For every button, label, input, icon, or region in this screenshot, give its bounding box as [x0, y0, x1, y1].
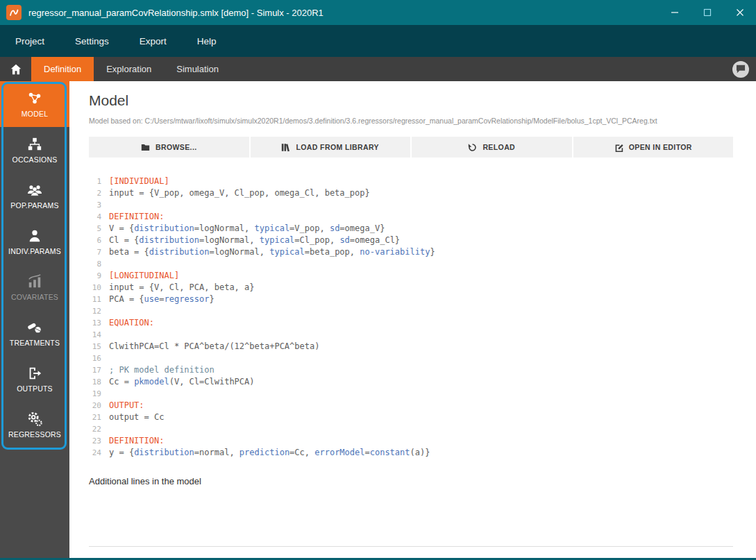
code-text: PCA = {use=regressor} — [109, 294, 215, 305]
line-number: 13 — [89, 317, 101, 329]
code-text: Cl = {distribution=logNormal, typical=Cl… — [109, 235, 400, 246]
code-line: 6Cl = {distribution=logNormal, typical=C… — [89, 235, 733, 246]
reload-button[interactable]: RELOAD — [412, 137, 572, 158]
sidebar-item-label: REGRESSORS — [8, 430, 61, 439]
sidebar-item-label: OUTPUTS — [17, 384, 53, 393]
code-line: 1[INDIVIDUAL] — [89, 176, 733, 187]
code-text — [109, 199, 114, 211]
line-number: 21 — [89, 411, 101, 423]
line-number: 3 — [89, 199, 101, 211]
code-text: input = {V, Cl, PCA, beta, a} — [109, 282, 255, 294]
sidebar-item-label: TREATMENTS — [10, 339, 60, 347]
additional-lines-label: Additional lines in the model — [89, 476, 733, 486]
browse-button[interactable]: BROWSE... — [89, 137, 249, 158]
reload-icon — [468, 143, 477, 152]
line-number: 17 — [89, 364, 101, 376]
line-number: 19 — [89, 388, 101, 400]
minimize-button[interactable] — [658, 0, 691, 25]
content-row: MODEL OCCASIONS POP.PARAMS — [0, 81, 756, 558]
model-path-text: Model based on: C:/Users/mtwar/lixoft/si… — [89, 117, 733, 125]
code-line: 23DEFINITION: — [89, 435, 733, 447]
tab-definition[interactable]: Definition — [31, 57, 94, 81]
regressors-icon — [26, 411, 43, 427]
code-line: 11PCA = {use=regressor} — [89, 294, 733, 305]
titlebar: regressor_manual_paramCovRelationship.sm… — [0, 0, 756, 25]
model-icon — [26, 91, 43, 106]
close-icon — [736, 8, 744, 17]
code-line: 16 — [89, 353, 733, 364]
main-panel: Model Model based on: C:/Users/mtwar/lix… — [69, 81, 756, 558]
code-line: 7beta = {distribution=logNormal, typical… — [89, 246, 733, 258]
home-button[interactable] — [0, 57, 31, 81]
page-title: Model — [89, 92, 733, 109]
code-text: [LONGITUDINAL] — [109, 270, 179, 282]
sidebar-item-covariates[interactable]: COVARIATES — [0, 264, 69, 310]
code-text: y = {distribution=normal, prediction=Cc,… — [109, 447, 430, 459]
line-number: 8 — [89, 258, 101, 270]
code-text — [109, 353, 114, 364]
code-text — [109, 423, 114, 435]
line-number: 1 — [89, 176, 101, 187]
bottom-divider — [89, 546, 733, 547]
code-line: 17; PK model definition — [89, 364, 733, 376]
feedback-button[interactable] — [732, 61, 749, 78]
code-text: ClwithPCA=Cl * PCA^beta/(12^beta+PCA^bet… — [109, 341, 319, 353]
line-number: 9 — [89, 270, 101, 282]
tab-exploration[interactable]: Exploration — [94, 57, 164, 81]
code-line: 24y = {distribution=normal, prediction=C… — [89, 447, 733, 459]
sidebar-item-label: MODEL — [22, 110, 48, 118]
sidebar-item-outputs[interactable]: OUTPUTS — [0, 356, 69, 402]
line-number: 10 — [89, 282, 101, 294]
maximize-button[interactable] — [691, 0, 723, 25]
sidebar-item-label: COVARIATES — [11, 293, 58, 301]
line-number: 16 — [89, 353, 101, 364]
line-number: 7 — [89, 246, 101, 258]
model-toolbar: BROWSE... LOAD FROM LIBRARY RELOAD OPEN … — [89, 137, 733, 158]
sidebar-item-label: POP.PARAMS — [10, 201, 58, 210]
sidebar-item-regressors[interactable]: REGRESSORS — [0, 402, 69, 448]
line-number: 18 — [89, 376, 101, 388]
close-button[interactable] — [723, 0, 756, 25]
menu-project[interactable]: Project — [15, 36, 44, 46]
sidebar-item-indiv-params[interactable]: INDIV.PARAMS — [0, 219, 69, 264]
code-line: 9[LONGITUDINAL] — [89, 270, 733, 282]
code-text — [109, 258, 114, 270]
code-text — [109, 329, 114, 341]
code-line: 22 — [89, 423, 733, 435]
maximize-icon — [703, 8, 712, 17]
occasions-icon — [26, 137, 43, 152]
window-title: regressor_manual_paramCovRelationship.sm… — [28, 8, 324, 18]
code-text: EQUATION: — [109, 317, 154, 329]
home-icon — [10, 64, 22, 75]
code-line: 14 — [89, 329, 733, 341]
outputs-icon — [26, 366, 43, 381]
population-params-icon — [26, 183, 43, 198]
sidebar-item-pop-params[interactable]: POP.PARAMS — [0, 173, 69, 219]
code-text — [109, 388, 114, 400]
tab-simulation[interactable]: Simulation — [164, 57, 231, 81]
code-text: output = Cc — [109, 411, 164, 423]
sidebar-item-label: INDIV.PARAMS — [8, 247, 61, 255]
menu-help[interactable]: Help — [197, 36, 217, 46]
treatments-icon — [26, 320, 43, 335]
open-in-editor-button[interactable]: OPEN IN EDITOR — [573, 137, 734, 158]
app-window: regressor_manual_paramCovRelationship.sm… — [0, 0, 756, 560]
model-code-editor[interactable]: 1[INDIVIDUAL]2input = {V_pop, omega_V, C… — [89, 176, 733, 459]
menu-settings[interactable]: Settings — [75, 36, 109, 46]
code-text: DEFINITION: — [109, 211, 164, 223]
individual-params-icon — [26, 228, 43, 244]
window-controls — [658, 0, 756, 25]
code-line: 3 — [89, 199, 733, 211]
menu-export[interactable]: Export — [140, 36, 167, 46]
load-from-library-button[interactable]: LOAD FROM LIBRARY — [251, 137, 411, 158]
covariates-icon — [26, 274, 43, 289]
app-logo-icon — [6, 5, 22, 20]
line-number: 24 — [89, 447, 101, 459]
minimize-icon — [671, 8, 679, 17]
sidebar-item-model[interactable]: MODEL — [0, 81, 69, 127]
tabbar: Definition Exploration Simulation — [0, 57, 756, 81]
sidebar-item-treatments[interactable]: TREATMENTS — [0, 310, 69, 356]
line-number: 6 — [89, 235, 101, 246]
code-line: 5V = {distribution=logNormal, typical=V_… — [89, 223, 733, 235]
sidebar-item-occasions[interactable]: OCCASIONS — [0, 127, 69, 173]
